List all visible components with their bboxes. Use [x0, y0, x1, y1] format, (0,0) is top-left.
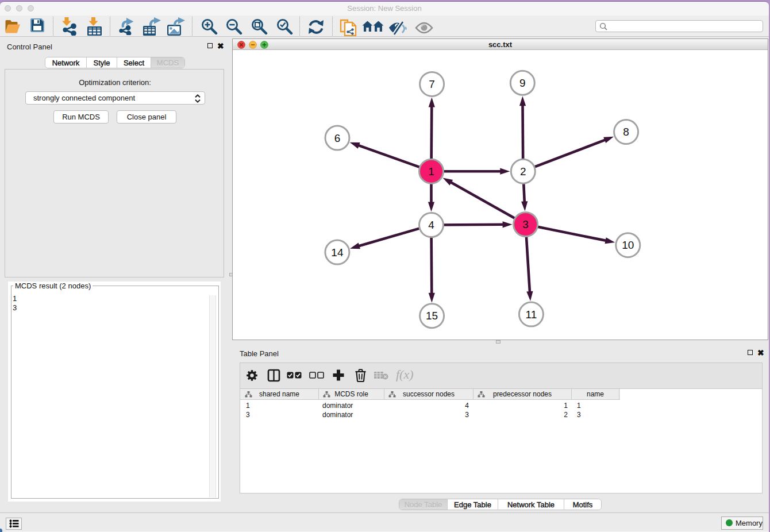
svg-text:14: 14 [331, 246, 344, 259]
svg-text:3: 3 [522, 218, 529, 230]
svg-text:11: 11 [526, 309, 537, 321]
svg-text:1: 1 [428, 165, 434, 178]
svg-text:2: 2 [520, 165, 526, 178]
svg-text:6: 6 [334, 132, 341, 144]
svg-text:10: 10 [622, 239, 634, 251]
svg-text:7: 7 [429, 78, 435, 90]
svg-text:8: 8 [623, 126, 629, 138]
svg-text:9: 9 [519, 77, 526, 89]
svg-text:15: 15 [426, 310, 438, 322]
svg-text:4: 4 [428, 219, 434, 231]
